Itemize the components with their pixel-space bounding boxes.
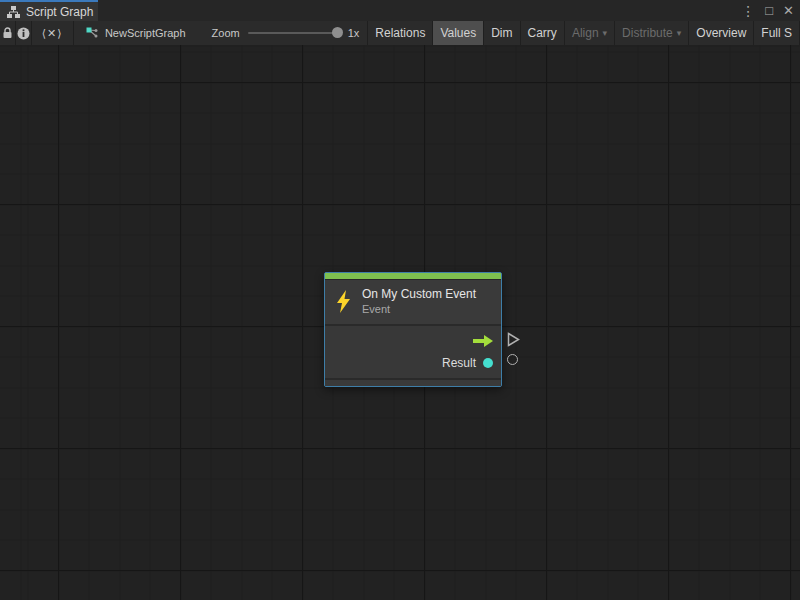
distribute-dropdown[interactable]: Distribute ▾: [615, 21, 689, 45]
inspect-button[interactable]: [16, 21, 32, 45]
value-output-dot-icon: [483, 358, 493, 368]
node-title: On My Custom Event: [362, 287, 476, 301]
dim-button[interactable]: Dim: [484, 21, 520, 45]
script-graph-asset-icon: [86, 27, 99, 39]
zoom-value: 1x: [348, 27, 360, 39]
lock-icon: [2, 27, 13, 39]
graph-name-box[interactable]: NewScriptGraph: [86, 21, 186, 45]
zoom-label: Zoom: [212, 27, 240, 39]
node-header[interactable]: On My Custom Event Event: [325, 280, 501, 324]
align-label: Align: [572, 26, 599, 40]
tab-label: Script Graph: [26, 5, 93, 19]
distribute-label: Distribute: [622, 26, 673, 40]
window-menu-icon[interactable]: ⋮: [741, 4, 755, 18]
graph-tab-icon: [7, 6, 20, 18]
zoom-slider[interactable]: [248, 32, 340, 34]
node-subtitle: Event: [362, 303, 476, 315]
values-button[interactable]: Values: [433, 21, 484, 45]
align-dropdown[interactable]: Align ▾: [565, 21, 615, 45]
full-screen-button[interactable]: Full S: [754, 21, 800, 45]
preview-code-button[interactable]: ⟨✕⟩: [32, 21, 74, 45]
values-label: Values: [440, 26, 476, 40]
lightning-bolt-icon: [334, 290, 353, 313]
relations-button[interactable]: Relations: [368, 21, 433, 45]
carry-button[interactable]: Carry: [521, 21, 565, 45]
result-port-label: Result: [442, 356, 476, 370]
tab-bar: Script Graph ⋮ □ ✕: [0, 0, 800, 21]
carry-label: Carry: [528, 26, 557, 40]
full-screen-label: Full S: [761, 26, 792, 40]
zoom-slider-handle[interactable]: [332, 27, 343, 38]
node-body: Result: [325, 326, 501, 378]
toolbar-toggle-buttons: Relations Values Dim Carry Align ▾ Distr…: [367, 21, 800, 45]
code-icon: ⟨✕⟩: [42, 27, 63, 40]
close-icon[interactable]: ✕: [783, 4, 794, 17]
value-output-connector-icon[interactable]: [507, 354, 518, 365]
lock-button[interactable]: [0, 21, 16, 45]
chevron-down-icon: ▾: [677, 28, 682, 38]
chevron-down-icon: ▾: [603, 28, 608, 38]
node-header-text: On My Custom Event Event: [362, 287, 476, 315]
node-footer: [325, 378, 501, 386]
event-node-color-bar: [325, 273, 501, 280]
control-output-connector-icon[interactable]: [507, 332, 520, 347]
toolbar: ⟨✕⟩ NewScriptGraph Zoom 1x Relations Val…: [0, 21, 800, 45]
overview-button[interactable]: Overview: [689, 21, 754, 45]
graph-name-label: NewScriptGraph: [105, 27, 186, 39]
control-output-port-row[interactable]: [325, 330, 501, 352]
graph-canvas[interactable]: On My Custom Event Event Result: [0, 45, 800, 600]
overview-label: Overview: [696, 26, 746, 40]
dim-label: Dim: [491, 26, 512, 40]
info-icon: [17, 27, 30, 40]
maximize-icon[interactable]: □: [765, 4, 773, 17]
relations-label: Relations: [375, 26, 425, 40]
tab-script-graph[interactable]: Script Graph: [0, 0, 98, 21]
value-output-port-row[interactable]: Result: [325, 352, 501, 374]
node-on-my-custom-event[interactable]: On My Custom Event Event Result: [324, 272, 502, 387]
window-controls: ⋮ □ ✕: [741, 0, 794, 21]
zoom-control: Zoom 1x: [212, 21, 360, 45]
control-output-arrow-icon: [472, 335, 493, 347]
